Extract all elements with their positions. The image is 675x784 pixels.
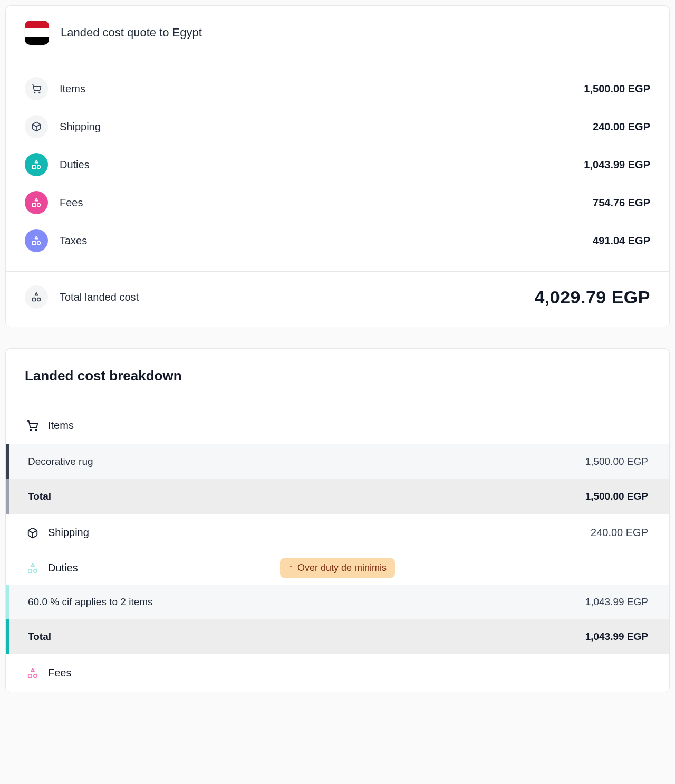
svg-point-4 bbox=[37, 166, 41, 169]
total-label: Total landed cost bbox=[60, 291, 139, 303]
package-icon bbox=[25, 115, 48, 138]
svg-point-6 bbox=[37, 204, 41, 207]
breakdown-section-fees-header: Fees bbox=[6, 654, 669, 692]
shapes-icon bbox=[25, 229, 48, 252]
breakdown-item-name: Decorative rug bbox=[28, 456, 93, 467]
breakdown-duties-total-row: Total 1,043.99 EGP bbox=[6, 619, 669, 654]
breakdown-duty-desc: 60.0 % cif applies to 2 items bbox=[28, 596, 153, 608]
breakdown-section-items-header: Items bbox=[6, 400, 669, 444]
summary-body: Items 1,500.00 EGP Shipping 240.00 EGP D… bbox=[6, 60, 669, 271]
svg-rect-3 bbox=[33, 166, 36, 169]
summary-label-duties: Duties bbox=[60, 159, 90, 171]
quote-title: Landed cost quote to Egypt bbox=[61, 26, 202, 40]
breakdown-shipping-value: 240.00 EGP bbox=[591, 527, 648, 539]
package-icon bbox=[27, 527, 38, 539]
breakdown-duties-label: Duties bbox=[48, 562, 78, 574]
breakdown-shipping-label: Shipping bbox=[48, 527, 89, 539]
svg-point-8 bbox=[37, 242, 41, 245]
svg-point-17 bbox=[34, 674, 37, 677]
breakdown-items-total-label: Total bbox=[28, 491, 51, 502]
svg-rect-5 bbox=[33, 204, 36, 207]
breakdown-duties-total-value: 1,043.99 EGP bbox=[585, 631, 648, 643]
summary-value-taxes: 491.04 EGP bbox=[593, 235, 650, 247]
summary-row-duties: Duties 1,043.99 EGP bbox=[25, 146, 650, 184]
summary-label-items: Items bbox=[60, 83, 85, 95]
summary-label-shipping: Shipping bbox=[60, 121, 101, 133]
breakdown-section-shipping: Shipping 240.00 EGP bbox=[6, 514, 669, 551]
summary-label-taxes: Taxes bbox=[60, 235, 87, 247]
shapes-icon bbox=[27, 667, 38, 679]
svg-rect-16 bbox=[28, 674, 32, 677]
svg-point-11 bbox=[30, 429, 31, 431]
summary-value-items: 1,500.00 EGP bbox=[584, 83, 650, 95]
summary-row-shipping: Shipping 240.00 EGP bbox=[25, 108, 650, 146]
breakdown-items-total-row: Total 1,500.00 EGP bbox=[6, 479, 669, 514]
svg-point-10 bbox=[37, 298, 41, 301]
de-minimis-badge: ↑ Over duty de minimis bbox=[280, 558, 395, 578]
summary-value-shipping: 240.00 EGP bbox=[593, 121, 650, 133]
svg-point-12 bbox=[36, 429, 37, 431]
summary-value-duties: 1,043.99 EGP bbox=[584, 159, 650, 171]
shapes-icon bbox=[25, 285, 48, 309]
summary-row-taxes: Taxes 491.04 EGP bbox=[25, 222, 650, 260]
breakdown-items-label: Items bbox=[48, 419, 74, 432]
svg-point-15 bbox=[34, 569, 37, 572]
breakdown-item-row: Decorative rug 1,500.00 EGP bbox=[6, 444, 669, 479]
breakdown-card: Landed cost breakdown Items Decorative r… bbox=[5, 348, 670, 692]
breakdown-section-duties-header: Duties ↑ Over duty de minimis bbox=[6, 551, 669, 585]
de-minimis-badge-text: Over duty de minimis bbox=[297, 562, 387, 573]
breakdown-title: Landed cost breakdown bbox=[6, 349, 669, 400]
svg-point-0 bbox=[34, 92, 35, 93]
quote-header: Landed cost quote to Egypt bbox=[6, 6, 669, 60]
arrow-up-icon: ↑ bbox=[288, 562, 293, 573]
breakdown-duty-value: 1,043.99 EGP bbox=[585, 596, 648, 608]
cart-icon bbox=[25, 77, 48, 100]
quote-summary-card: Landed cost quote to Egypt Items 1,500.0… bbox=[5, 5, 670, 327]
total-section: Total landed cost 4,029.79 EGP bbox=[6, 271, 669, 327]
shapes-icon bbox=[25, 153, 48, 176]
svg-rect-7 bbox=[33, 242, 36, 245]
breakdown-item-value: 1,500.00 EGP bbox=[585, 456, 648, 467]
summary-row-items: Items 1,500.00 EGP bbox=[25, 70, 650, 108]
svg-rect-9 bbox=[33, 298, 36, 301]
breakdown-duty-row: 60.0 % cif applies to 2 items 1,043.99 E… bbox=[6, 585, 669, 619]
shapes-icon bbox=[25, 191, 48, 214]
egypt-flag-icon bbox=[25, 21, 49, 45]
breakdown-fees-label: Fees bbox=[48, 667, 71, 679]
svg-rect-14 bbox=[28, 569, 32, 572]
summary-label-fees: Fees bbox=[60, 197, 83, 209]
summary-row-fees: Fees 754.76 EGP bbox=[25, 184, 650, 222]
breakdown-duties-total-label: Total bbox=[28, 631, 51, 643]
cart-icon bbox=[27, 420, 38, 432]
summary-value-fees: 754.76 EGP bbox=[593, 197, 650, 209]
total-value: 4,029.79 EGP bbox=[534, 287, 650, 308]
breakdown-items-total-value: 1,500.00 EGP bbox=[585, 491, 648, 502]
svg-point-1 bbox=[39, 92, 40, 93]
shapes-icon bbox=[27, 562, 38, 574]
